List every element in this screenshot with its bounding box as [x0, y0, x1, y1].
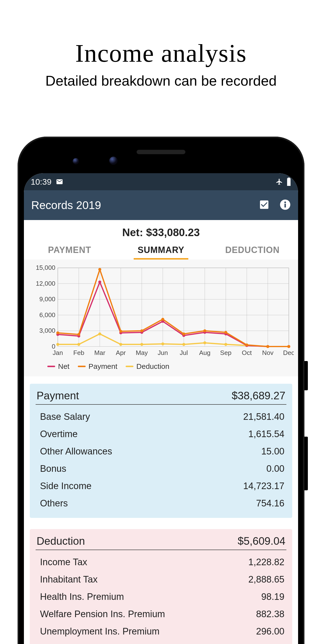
svg-text:3,000: 3,000	[39, 327, 55, 334]
deduction-row: Unemployment Ins. Premium296.00	[36, 623, 286, 640]
svg-text:Aug: Aug	[199, 349, 210, 356]
svg-point-41	[77, 343, 80, 346]
info-button[interactable]	[280, 199, 291, 211]
deduction-row: Welfare Pension Ins. Premium882.38	[36, 606, 286, 623]
payment-row: Bonus0.00	[36, 460, 286, 478]
svg-text:Apr: Apr	[116, 349, 126, 356]
svg-text:9,000: 9,000	[39, 296, 55, 303]
row-label: Health Ins. Premium	[40, 592, 124, 602]
legend-net: Net	[47, 362, 70, 370]
row-label: Base Salary	[40, 412, 90, 422]
row-label: Others	[40, 498, 68, 508]
screen: 10:39 Records 2019	[24, 173, 298, 644]
row-label: Overtime	[40, 429, 78, 439]
svg-point-75	[287, 345, 290, 348]
payment-row: Other Allowances15.00	[36, 443, 286, 460]
svg-text:Nov: Nov	[262, 349, 274, 356]
svg-text:Jun: Jun	[158, 349, 168, 356]
svg-text:Jul: Jul	[180, 349, 188, 356]
appbar-title: Records 2019	[31, 198, 101, 212]
deduction-row: Income Tax1,228.82	[36, 554, 286, 571]
row-value: 296.00	[256, 626, 284, 637]
svg-point-68	[140, 329, 143, 332]
deduction-total: $5,609.04	[238, 535, 286, 547]
legend-payment: Payment	[78, 362, 117, 370]
promo-title: Income analysis	[0, 38, 322, 68]
payment-card: Payment $38,689.27 Base Salary21,581.40O…	[30, 384, 292, 518]
deduction-card: Deduction $5,609.04 Income Tax1,228.82In…	[30, 529, 292, 644]
row-label: Side Income	[40, 481, 92, 491]
svg-point-44	[140, 343, 143, 346]
svg-rect-1	[284, 204, 286, 207]
tab-payment[interactable]: PAYMENT	[24, 242, 116, 260]
tab-bar: PAYMENT SUMMARY DEDUCTION	[24, 242, 298, 260]
payment-row: Overtime1,615.54	[36, 426, 286, 443]
line-chart: 03,0006,0009,00012,00015,000JanFebMarApr…	[28, 266, 294, 359]
tab-summary[interactable]: SUMMARY	[116, 242, 207, 260]
battery-icon	[286, 178, 291, 186]
mail-icon	[56, 178, 63, 186]
payment-title: Payment	[36, 390, 79, 402]
row-value: 882.38	[256, 609, 284, 619]
svg-point-70	[182, 332, 185, 336]
phone-frame: 10:39 Records 2019	[18, 136, 304, 644]
svg-point-69	[161, 318, 164, 321]
svg-text:Dec: Dec	[283, 349, 294, 356]
row-label: Unemployment Ins. Premium	[40, 626, 160, 637]
airplane-icon	[276, 178, 283, 186]
svg-point-42	[98, 332, 101, 336]
row-label: Inhabitant Tax	[40, 574, 98, 585]
svg-point-71	[203, 329, 206, 332]
svg-point-48	[224, 343, 227, 346]
volume-button	[304, 361, 308, 390]
svg-point-46	[182, 343, 185, 346]
payment-row: Base Salary21,581.40	[36, 408, 286, 426]
svg-point-72	[224, 331, 227, 334]
payment-row: Others754.16	[36, 495, 286, 512]
chart-legend: Net Payment Deduction	[28, 359, 294, 372]
row-label: Welfare Pension Ins. Premium	[40, 609, 165, 619]
row-value: 14,723.17	[243, 481, 284, 491]
svg-text:Mar: Mar	[94, 349, 106, 356]
svg-point-73	[246, 344, 248, 346]
status-time: 10:39	[31, 177, 52, 186]
svg-point-66	[98, 268, 101, 271]
svg-rect-3	[58, 268, 289, 346]
net-total: Net: $33,080.23	[24, 220, 298, 242]
svg-point-45	[161, 342, 164, 346]
row-value: 21,581.40	[243, 412, 284, 422]
svg-point-47	[203, 341, 206, 344]
row-value: 1,615.54	[248, 429, 284, 439]
svg-point-64	[56, 332, 59, 334]
deduction-title: Deduction	[36, 535, 85, 547]
speaker	[136, 150, 186, 154]
camera-icon	[73, 158, 79, 164]
svg-text:Feb: Feb	[73, 349, 84, 356]
svg-text:May: May	[136, 349, 148, 356]
svg-point-2	[284, 202, 286, 203]
status-bar: 10:39	[24, 173, 298, 190]
payment-row: Side Income14,723.17	[36, 478, 286, 495]
svg-text:Jan: Jan	[53, 349, 63, 356]
row-value: 0.00	[266, 464, 284, 474]
svg-text:12,000: 12,000	[36, 280, 55, 287]
row-value: 2,888.65	[248, 574, 284, 585]
check-button[interactable]	[258, 199, 270, 211]
svg-point-67	[119, 330, 122, 333]
app-bar: Records 2019	[24, 190, 298, 220]
chart-area: 03,0006,0009,00012,00015,000JanFebMarApr…	[24, 260, 298, 376]
tab-deduction[interactable]: DEDUCTION	[206, 242, 298, 260]
legend-deduction: Deduction	[126, 362, 169, 370]
svg-point-54	[98, 280, 101, 284]
deduction-row: Inhabitant Tax2,888.65	[36, 571, 286, 588]
svg-point-43	[119, 343, 122, 346]
svg-point-40	[56, 343, 59, 346]
row-value: 98.19	[261, 592, 284, 602]
svg-text:15,000: 15,000	[36, 266, 55, 271]
row-label: Other Allowances	[40, 446, 112, 457]
row-value: 754.16	[256, 498, 284, 508]
svg-text:6,000: 6,000	[39, 311, 55, 318]
promo-subtitle: Detailed breakdown can be recorded	[0, 72, 322, 89]
row-label: Bonus	[40, 464, 66, 474]
phone-top	[24, 144, 298, 173]
